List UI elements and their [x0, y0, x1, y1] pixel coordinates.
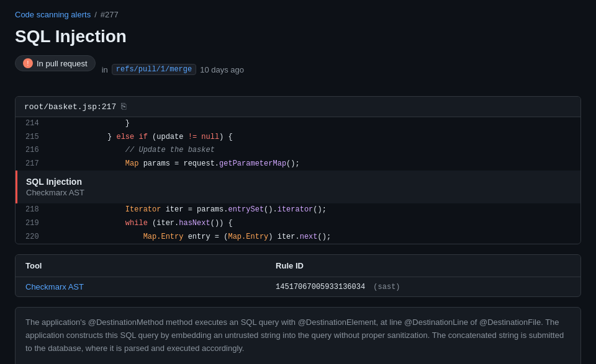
info-row: Checkmarx AST 14517067005933136034 (sast…: [16, 277, 580, 297]
line-code: Iterator iter = params.entrySet().iterat…: [49, 203, 580, 217]
info-card: Tool Rule ID Checkmarx AST 1451706700593…: [15, 254, 581, 297]
alert-annotation: SQL Injection Checkmarx AST: [16, 171, 580, 203]
code-line: 217 Map params = request.getParameterMap…: [16, 158, 580, 171]
line-number: 216: [16, 144, 49, 158]
in-label: in: [102, 65, 108, 74]
status-meta: in refs/pull/1/merge 10 days ago: [102, 64, 244, 75]
code-line: 214 }: [16, 117, 580, 131]
line-code: while (iter.hasNext()) {: [49, 217, 580, 231]
line-code: Map.Entry entry = (Map.Entry) iter.next(…: [49, 231, 580, 244]
code-line: 218 Iterator iter = params.entrySet().it…: [16, 203, 580, 217]
code-card-header: root/basket.jsp:217 ⎘: [16, 97, 580, 117]
breadcrumb-link[interactable]: Code scanning alerts: [15, 10, 91, 19]
alert-title: SQL Injection: [26, 177, 572, 187]
rule-id-header: Rule ID: [266, 255, 580, 277]
code-lines-before: 214 } 215 } else if (update != null) { 2…: [16, 117, 580, 171]
badge-icon: !: [23, 58, 33, 68]
code-filename: root/basket.jsp:217: [24, 102, 116, 112]
line-number: 215: [16, 131, 49, 144]
tool-header: Tool: [16, 255, 266, 277]
rule-id-text: 14517067005933136034: [276, 283, 365, 291]
line-code: } else if (update != null) {: [49, 131, 580, 144]
description-body: The application's @DestinationMethod met…: [16, 308, 580, 363]
line-number: 214: [16, 117, 49, 131]
line-code: Map params = request.getParameterMap();: [49, 158, 580, 171]
line-number: 220: [16, 231, 49, 244]
ref-path[interactable]: refs/pull/1/merge: [112, 64, 196, 75]
line-code: // Update the basket: [49, 144, 580, 158]
breadcrumb: Code scanning alerts / #277: [15, 10, 581, 19]
code-lines-after: 218 Iterator iter = params.entrySet().it…: [16, 203, 580, 244]
line-number: 218: [16, 203, 49, 217]
status-badge-label: In pull request: [37, 59, 88, 68]
breadcrumb-separator: /: [94, 10, 97, 19]
code-line: 215 } else if (update != null) {: [16, 131, 580, 144]
alert-subtitle: Checkmarx AST: [26, 188, 572, 197]
line-number: 219: [16, 217, 49, 231]
status-row: ! In pull request in refs/pull/1/merge 1…: [15, 55, 581, 84]
code-card: root/basket.jsp:217 ⎘ 214 } 215 } else i…: [15, 96, 581, 244]
time-ago: 10 days ago: [200, 65, 244, 74]
code-line: 220 Map.Entry entry = (Map.Entry) iter.n…: [16, 231, 580, 244]
line-number: 217: [16, 158, 49, 171]
breadcrumb-issue-num: #277: [101, 10, 119, 19]
rule-id-value: 14517067005933136034 (sast): [266, 277, 580, 297]
description-text: The application's @DestinationMethod met…: [25, 317, 564, 353]
code-line: 219 while (iter.hasNext()) {: [16, 217, 580, 231]
tool-value[interactable]: Checkmarx AST: [16, 277, 266, 297]
code-line: 216 // Update the basket: [16, 144, 580, 158]
description-card: The application's @DestinationMethod met…: [15, 307, 581, 364]
copy-icon[interactable]: ⎘: [121, 102, 126, 112]
rule-tag: (sast): [373, 283, 400, 291]
page-title: SQL Injection: [15, 27, 581, 47]
line-code: }: [49, 117, 580, 131]
info-table: Tool Rule ID Checkmarx AST 1451706700593…: [16, 255, 580, 296]
status-badge: ! In pull request: [15, 55, 96, 71]
